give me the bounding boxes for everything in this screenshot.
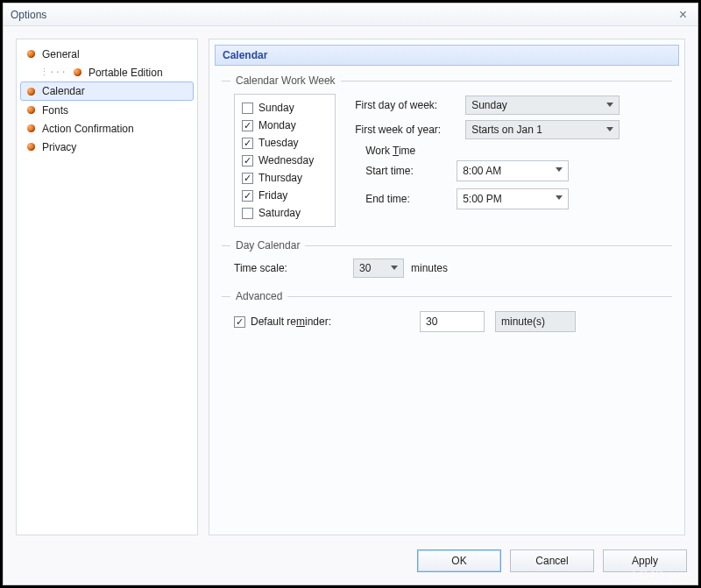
dialog-footer: OK Cancel Apply [4,542,697,584]
timescale-label: Time scale: [234,262,346,274]
day-thursday[interactable]: Thursday [242,169,314,187]
combo-value: Starts on Jan 1 [471,124,542,136]
combo-value: 5:00 PM [463,193,502,205]
bullet-icon [27,143,35,151]
day-sunday[interactable]: Sunday [242,99,314,117]
group-legend: Advanced [236,290,282,302]
first-day-combo[interactable]: Sunday [465,96,620,115]
default-reminder-check[interactable]: Default reminder: [234,315,409,328]
first-day-label: First day of week: [355,99,458,111]
day-label: Friday [258,189,287,202]
chevron-down-icon [606,127,613,131]
day-label: Tuesday [258,137,299,149]
sidebar-item-label: Calendar [42,85,85,97]
titlebar: Options × [4,4,697,26]
workweek-days: Sunday Monday Tuesday Wednesday Thursday… [234,94,336,227]
end-time-combo[interactable]: 5:00 PM [457,188,569,209]
day-monday[interactable]: Monday [242,117,314,134]
bullet-icon [27,88,35,96]
chevron-down-icon [606,103,613,107]
combo-value: 30 [359,262,371,274]
day-label: Thursday [258,172,302,184]
group-legend: Day Calendar [236,239,300,251]
sidebar-item-portable-edition[interactable]: ⋮··· Portable Edition [20,63,194,81]
checkbox[interactable] [242,138,253,149]
bullet-icon [27,124,35,132]
sidebar-item-fonts[interactable]: Fonts [20,101,194,119]
checkbox[interactable] [234,316,245,328]
chevron-down-icon [556,195,563,200]
window-title: Options [11,9,46,21]
combo-value: 30 [426,315,437,328]
day-tuesday[interactable]: Tuesday [242,134,314,152]
sidebar-item-privacy[interactable]: Privacy [20,138,194,156]
sidebar-item-action-confirmation[interactable]: Action Confirmation [20,119,194,138]
group-advanced: Advanced Default reminder: 30 minute(s) [222,290,672,332]
group-workweek: Calendar Work Week Sunday Monday Tuesday… [222,74,672,227]
reminder-unit-combo[interactable]: minute(s) [495,311,576,332]
chevron-down-icon [391,266,398,270]
reminder-value-combo[interactable]: 30 [420,311,485,332]
worktime-heading: Work Time [365,145,672,157]
checkbox[interactable] [242,103,253,114]
combo-value: Sunday [471,99,507,111]
sidebar-item-calendar[interactable]: Calendar [20,81,194,101]
watermark: LO4D.com [633,568,690,581]
bullet-icon [27,106,35,114]
checkbox[interactable] [242,208,253,219]
timescale-combo[interactable]: 30 [353,259,404,278]
start-time-combo[interactable]: 8:00 AM [457,160,569,181]
chevron-down-icon [556,167,563,172]
sidebar-item-label: Action Confirmation [42,123,134,135]
day-label: Sunday [258,102,294,114]
sidebar-item-label: Fonts [42,104,68,117]
first-week-combo[interactable]: Starts on Jan 1 [465,120,620,139]
close-icon[interactable]: × [676,7,690,23]
sidebar-item-label: General [42,48,80,60]
ok-button[interactable]: OK [417,549,501,572]
day-saturday[interactable]: Saturday [242,204,314,222]
start-time-label: Start time: [365,165,450,177]
group-daycalendar: Day Calendar Time scale: 30 minutes [222,239,672,278]
day-wednesday[interactable]: Wednesday [242,152,314,169]
category-sidebar: General ⋮··· Portable Edition Calendar F… [16,39,198,535]
bullet-icon [74,68,81,76]
sidebar-item-label: Privacy [42,141,76,153]
sidebar-item-general[interactable]: General [20,45,194,63]
day-friday[interactable]: Friday [242,187,314,204]
sidebar-item-label: Portable Edition [89,67,163,79]
checkbox[interactable] [242,173,253,184]
panel-title: Calendar [215,45,679,66]
end-time-label: End time: [365,193,450,205]
combo-value: 8:00 AM [463,165,501,177]
combo-value: minute(s) [501,315,545,328]
checkbox[interactable] [242,120,253,131]
group-legend: Calendar Work Week [236,74,336,87]
default-reminder-label: Default reminder: [251,315,331,328]
options-dialog: Options × General ⋮··· Portable Edition … [4,4,697,584]
day-label: Wednesday [258,154,314,166]
checkbox[interactable] [242,190,253,202]
day-label: Monday [258,119,296,131]
tree-branch-icon: ⋮··· [39,67,67,78]
bullet-icon [27,50,35,58]
timescale-unit: minutes [411,262,448,274]
day-label: Saturday [258,207,301,219]
checkbox[interactable] [242,155,253,166]
cancel-button[interactable]: Cancel [510,549,594,572]
first-week-label: First week of year: [355,124,458,136]
